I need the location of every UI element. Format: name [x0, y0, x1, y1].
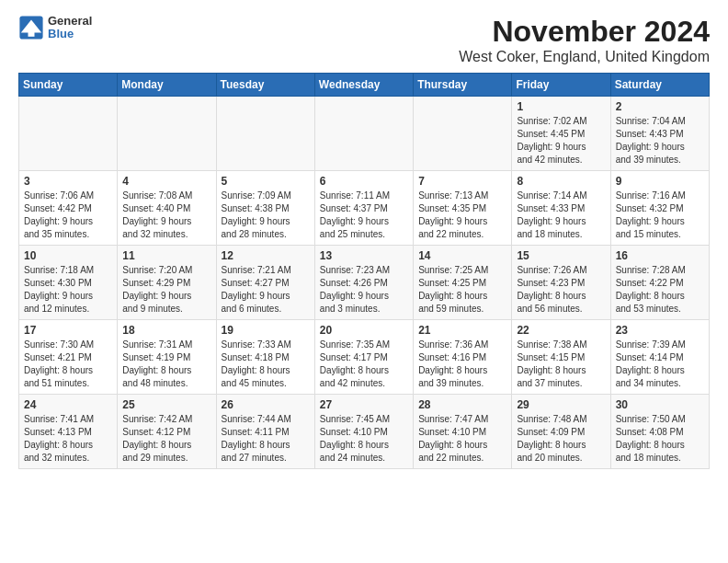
weekday-header-tuesday: Tuesday — [216, 74, 314, 97]
logo-text: General Blue — [48, 15, 92, 41]
weekday-header-friday: Friday — [512, 74, 610, 97]
weekday-header-thursday: Thursday — [414, 74, 512, 97]
day-number: 8 — [517, 175, 605, 188]
calendar-cell: 5Sunrise: 7:09 AM Sunset: 4:38 PM Daylig… — [216, 171, 314, 246]
day-info: Sunrise: 7:33 AM Sunset: 4:18 PM Dayligh… — [222, 339, 310, 390]
day-info: Sunrise: 7:20 AM Sunset: 4:29 PM Dayligh… — [122, 264, 210, 316]
day-number: 28 — [418, 398, 506, 411]
calendar-cell — [314, 97, 413, 171]
weekday-header-saturday: Saturday — [610, 74, 709, 97]
calendar: SundayMondayTuesdayWednesdayThursdayFrid… — [18, 73, 710, 469]
calendar-cell: 25Sunrise: 7:42 AM Sunset: 4:12 PM Dayli… — [118, 395, 216, 469]
day-info: Sunrise: 7:44 AM Sunset: 4:11 PM Dayligh… — [222, 413, 310, 465]
day-info: Sunrise: 7:02 AM Sunset: 4:45 PM Dayligh… — [517, 115, 605, 167]
day-info: Sunrise: 7:25 AM Sunset: 4:25 PM Dayligh… — [418, 264, 506, 316]
weekday-header-sunday: Sunday — [19, 74, 118, 97]
day-number: 24 — [24, 398, 112, 411]
week-row-4: 17Sunrise: 7:30 AM Sunset: 4:21 PM Dayli… — [19, 320, 710, 395]
calendar-cell: 2Sunrise: 7:04 AM Sunset: 4:43 PM Daylig… — [610, 97, 709, 171]
day-info: Sunrise: 7:42 AM Sunset: 4:12 PM Dayligh… — [122, 413, 210, 465]
calendar-cell — [118, 97, 216, 171]
day-number: 21 — [418, 324, 506, 337]
day-number: 13 — [320, 249, 408, 262]
day-number: 5 — [222, 175, 310, 188]
location: West Coker, England, United Kingdom — [459, 49, 710, 65]
day-number: 3 — [24, 175, 112, 188]
day-info: Sunrise: 7:30 AM Sunset: 4:21 PM Dayligh… — [24, 339, 112, 390]
calendar-cell: 13Sunrise: 7:23 AM Sunset: 4:26 PM Dayli… — [314, 246, 413, 320]
day-info: Sunrise: 7:09 AM Sunset: 4:38 PM Dayligh… — [222, 190, 310, 241]
header: General Blue November 2024 West Coker, E… — [18, 15, 710, 65]
calendar-cell — [216, 97, 314, 171]
day-info: Sunrise: 7:18 AM Sunset: 4:30 PM Dayligh… — [24, 264, 112, 316]
week-row-3: 10Sunrise: 7:18 AM Sunset: 4:30 PM Dayli… — [19, 246, 710, 320]
day-number: 19 — [222, 324, 310, 337]
day-number: 4 — [122, 175, 210, 188]
day-info: Sunrise: 7:38 AM Sunset: 4:15 PM Dayligh… — [517, 339, 605, 390]
day-info: Sunrise: 7:16 AM Sunset: 4:32 PM Dayligh… — [616, 190, 704, 241]
calendar-cell: 24Sunrise: 7:41 AM Sunset: 4:13 PM Dayli… — [19, 395, 118, 469]
day-info: Sunrise: 7:50 AM Sunset: 4:08 PM Dayligh… — [616, 413, 704, 465]
week-row-5: 24Sunrise: 7:41 AM Sunset: 4:13 PM Dayli… — [19, 395, 710, 469]
calendar-cell: 23Sunrise: 7:39 AM Sunset: 4:14 PM Dayli… — [610, 320, 709, 395]
day-info: Sunrise: 7:35 AM Sunset: 4:17 PM Dayligh… — [320, 339, 408, 390]
day-info: Sunrise: 7:41 AM Sunset: 4:13 PM Dayligh… — [24, 413, 112, 465]
day-number: 2 — [616, 100, 704, 113]
svg-rect-2 — [28, 30, 35, 37]
calendar-cell: 14Sunrise: 7:25 AM Sunset: 4:25 PM Dayli… — [414, 246, 512, 320]
day-info: Sunrise: 7:26 AM Sunset: 4:23 PM Dayligh… — [517, 264, 605, 316]
calendar-cell: 21Sunrise: 7:36 AM Sunset: 4:16 PM Dayli… — [414, 320, 512, 395]
day-number: 30 — [616, 398, 704, 411]
week-row-1: 1Sunrise: 7:02 AM Sunset: 4:45 PM Daylig… — [19, 97, 710, 171]
day-number: 16 — [616, 249, 704, 262]
day-number: 23 — [616, 324, 704, 337]
calendar-cell: 26Sunrise: 7:44 AM Sunset: 4:11 PM Dayli… — [216, 395, 314, 469]
day-info: Sunrise: 7:04 AM Sunset: 4:43 PM Dayligh… — [616, 115, 704, 167]
day-number: 10 — [24, 249, 112, 262]
day-info: Sunrise: 7:23 AM Sunset: 4:26 PM Dayligh… — [320, 264, 408, 316]
calendar-cell: 3Sunrise: 7:06 AM Sunset: 4:42 PM Daylig… — [19, 171, 118, 246]
day-info: Sunrise: 7:48 AM Sunset: 4:09 PM Dayligh… — [517, 413, 605, 465]
day-number: 18 — [122, 324, 210, 337]
logo-general-text: General — [48, 15, 92, 28]
calendar-cell: 6Sunrise: 7:11 AM Sunset: 4:37 PM Daylig… — [314, 171, 413, 246]
day-number: 20 — [320, 324, 408, 337]
day-info: Sunrise: 7:31 AM Sunset: 4:19 PM Dayligh… — [122, 339, 210, 390]
calendar-cell: 20Sunrise: 7:35 AM Sunset: 4:17 PM Dayli… — [314, 320, 413, 395]
day-info: Sunrise: 7:21 AM Sunset: 4:27 PM Dayligh… — [222, 264, 310, 316]
day-number: 6 — [320, 175, 408, 188]
logo-icon — [18, 15, 44, 40]
calendar-cell: 15Sunrise: 7:26 AM Sunset: 4:23 PM Dayli… — [512, 246, 610, 320]
day-number: 26 — [222, 398, 310, 411]
day-number: 11 — [122, 249, 210, 262]
weekday-header-row: SundayMondayTuesdayWednesdayThursdayFrid… — [19, 74, 710, 97]
day-number: 9 — [616, 175, 704, 188]
calendar-cell: 22Sunrise: 7:38 AM Sunset: 4:15 PM Dayli… — [512, 320, 610, 395]
calendar-cell: 30Sunrise: 7:50 AM Sunset: 4:08 PM Dayli… — [610, 395, 709, 469]
calendar-cell: 7Sunrise: 7:13 AM Sunset: 4:35 PM Daylig… — [414, 171, 512, 246]
weekday-header-wednesday: Wednesday — [314, 74, 413, 97]
logo-blue-text: Blue — [48, 28, 92, 40]
day-info: Sunrise: 7:47 AM Sunset: 4:10 PM Dayligh… — [418, 413, 506, 465]
title-area: November 2024 West Coker, England, Unite… — [459, 15, 710, 65]
day-number: 12 — [222, 249, 310, 262]
weekday-header-monday: Monday — [118, 74, 216, 97]
day-number: 7 — [418, 175, 506, 188]
day-info: Sunrise: 7:13 AM Sunset: 4:35 PM Dayligh… — [418, 190, 506, 241]
day-info: Sunrise: 7:39 AM Sunset: 4:14 PM Dayligh… — [616, 339, 704, 390]
calendar-cell: 17Sunrise: 7:30 AM Sunset: 4:21 PM Dayli… — [19, 320, 118, 395]
day-info: Sunrise: 7:14 AM Sunset: 4:33 PM Dayligh… — [517, 190, 605, 241]
calendar-cell: 8Sunrise: 7:14 AM Sunset: 4:33 PM Daylig… — [512, 171, 610, 246]
calendar-cell: 11Sunrise: 7:20 AM Sunset: 4:29 PM Dayli… — [118, 246, 216, 320]
calendar-cell: 27Sunrise: 7:45 AM Sunset: 4:10 PM Dayli… — [314, 395, 413, 469]
calendar-cell: 19Sunrise: 7:33 AM Sunset: 4:18 PM Dayli… — [216, 320, 314, 395]
day-number: 14 — [418, 249, 506, 262]
day-info: Sunrise: 7:36 AM Sunset: 4:16 PM Dayligh… — [418, 339, 506, 390]
day-number: 15 — [517, 249, 605, 262]
calendar-cell: 28Sunrise: 7:47 AM Sunset: 4:10 PM Dayli… — [414, 395, 512, 469]
calendar-cell: 1Sunrise: 7:02 AM Sunset: 4:45 PM Daylig… — [512, 97, 610, 171]
calendar-cell: 4Sunrise: 7:08 AM Sunset: 4:40 PM Daylig… — [118, 171, 216, 246]
day-info: Sunrise: 7:08 AM Sunset: 4:40 PM Dayligh… — [122, 190, 210, 241]
month-title: November 2024 — [459, 15, 710, 49]
logo: General Blue — [18, 15, 92, 41]
